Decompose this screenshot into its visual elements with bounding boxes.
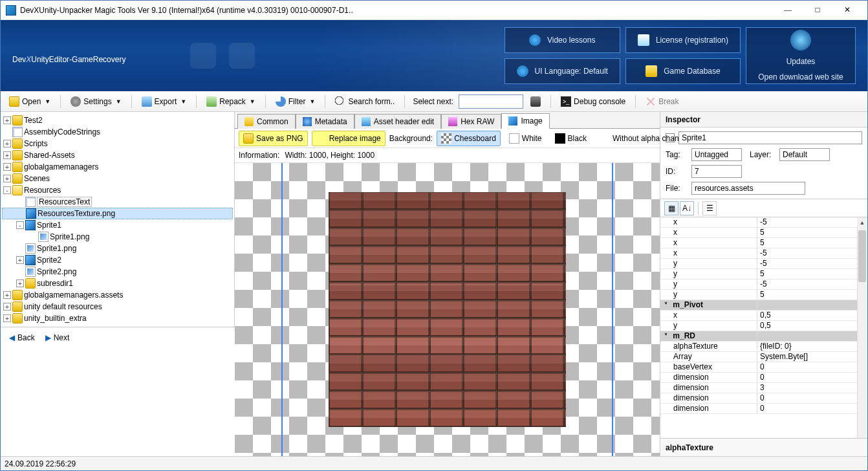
search-form-button[interactable]: Search form.. [331, 94, 399, 109]
select-next-input[interactable] [459, 94, 523, 109]
property-row[interactable]: ˅ m_RD [660, 331, 857, 342]
banner: DevXUnityEditor-GameRecovery Video lesso… [1, 20, 867, 91]
tree-twist[interactable]: + [3, 314, 11, 322]
tree-twist[interactable]: + [3, 163, 11, 171]
tree-item[interactable]: +subresdir1 [2, 278, 233, 289]
object-name-input[interactable] [678, 131, 862, 144]
id-input[interactable] [691, 165, 742, 178]
tree-twist[interactable]: - [3, 186, 11, 194]
back-button[interactable]: ◀Back [5, 331, 39, 345]
property-pages-button[interactable]: ☰ [702, 201, 717, 215]
tree-twist[interactable]: + [3, 116, 11, 124]
bg-black[interactable]: Black [550, 131, 591, 146]
property-row[interactable]: x-5 [660, 217, 857, 228]
tree-twist[interactable]: + [3, 175, 11, 182]
language-tile[interactable]: UI Language: Default [505, 58, 620, 84]
property-row[interactable]: alphaTexture{fileID: 0} [660, 342, 857, 352]
tree-item[interactable]: +unity_builtin_extra [2, 312, 233, 324]
close-button[interactable]: ✕ [832, 1, 862, 19]
filter-button[interactable]: Filter▼ [271, 94, 320, 109]
scrollbar-up[interactable]: ▲ [857, 217, 867, 228]
property-row[interactable]: dimension3 [660, 383, 857, 393]
img-icon [25, 255, 36, 265]
export-button[interactable]: Export▼ [137, 94, 191, 109]
play-icon [529, 34, 541, 46]
property-row[interactable]: ArraySystem.Byte[] [660, 352, 857, 362]
tree-item[interactable]: -Resources [2, 184, 233, 196]
video-lessons-tile[interactable]: Video lessons [505, 27, 620, 53]
asset-tree[interactable]: +Test2+AssemblyCodeStrings+Scripts+Share… [1, 112, 235, 327]
property-row[interactable]: dimension0 [660, 393, 857, 404]
tree-twist[interactable]: + [3, 303, 11, 311]
bg-chessboard[interactable]: Chessboard [437, 131, 501, 146]
tab-asset-header[interactable]: Asset header edit [354, 114, 441, 129]
debug-console-button[interactable]: >_Debug console [556, 94, 630, 109]
layer-input[interactable] [779, 148, 830, 161]
tree-twist[interactable]: - [16, 221, 24, 229]
save-png-button[interactable]: Save as PNG [239, 131, 308, 146]
property-row[interactable]: y0,5 [660, 321, 857, 331]
repack-button[interactable]: Repack▼ [202, 94, 260, 109]
enabled-checkbox[interactable] [666, 133, 675, 142]
alphabetical-button[interactable]: A↓ [680, 201, 694, 215]
property-row[interactable]: ˅ m_Pivot [660, 300, 857, 311]
property-row[interactable]: y5 [660, 269, 857, 279]
tab-hex[interactable]: Hex RAW [441, 114, 501, 129]
bg-white[interactable]: White [505, 131, 547, 146]
folder-icon [9, 96, 19, 107]
tag-input[interactable] [691, 148, 742, 161]
property-row[interactable]: y5 [660, 290, 857, 300]
property-row[interactable]: baseVertex0 [660, 362, 857, 373]
tree-item[interactable]: +Sprite2 [2, 254, 233, 266]
tree-twist[interactable]: + [16, 279, 24, 287]
break-button[interactable]: Break [641, 94, 683, 109]
tree-item[interactable]: +globalgamemanagers [2, 161, 233, 173]
replace-image-button[interactable]: Replace image [312, 131, 385, 146]
tree-item[interactable]: +ResourcesText [2, 196, 233, 208]
game-db-tile[interactable]: Game Database [625, 58, 741, 84]
inspector-footer: alphaTexture [660, 438, 867, 456]
tree-twist[interactable]: + [3, 291, 11, 299]
scrollbar-thumb[interactable] [858, 230, 866, 282]
tree-twist[interactable]: + [16, 256, 24, 264]
tree-item[interactable]: -Sprite1 [2, 219, 233, 231]
property-row[interactable]: x0,5 [660, 311, 857, 321]
next-button[interactable]: ▶Next [41, 331, 74, 345]
maximize-button[interactable]: □ [803, 1, 832, 19]
minimize-button[interactable]: — [773, 1, 803, 19]
tree-item[interactable]: +Shared-Assets [2, 149, 233, 161]
tree-item[interactable]: +Sprite1.png [2, 231, 233, 243]
property-row[interactable]: x-5 [660, 248, 857, 259]
property-row[interactable]: y-5 [660, 279, 857, 290]
tree-item[interactable]: +ResourcesTexture.png [2, 208, 233, 219]
tree-item[interactable]: +Scenes [2, 173, 233, 184]
settings-button[interactable]: Settings▼ [66, 94, 125, 109]
tab-common[interactable]: Common [237, 114, 296, 129]
image-viewer[interactable] [235, 163, 660, 456]
tree-item[interactable]: +Sprite1.png [2, 243, 233, 254]
updates-tile[interactable]: Updates Open download web site [746, 27, 856, 84]
tree-item[interactable]: +AssemblyCodeStrings [2, 126, 233, 138]
tree-item[interactable]: +Scripts [2, 138, 233, 149]
tree-item[interactable]: +Sprite2.png [2, 266, 233, 278]
tab-image[interactable]: Image [501, 113, 549, 129]
tree-twist[interactable]: + [3, 140, 11, 148]
property-row[interactable]: y-5 [660, 259, 857, 269]
tree-twist[interactable]: + [3, 151, 11, 159]
license-tile[interactable]: License (registration) [625, 27, 741, 53]
file-input[interactable] [691, 182, 805, 195]
tree-item[interactable]: +globalgamemanagers.assets [2, 289, 233, 301]
find-button[interactable] [526, 94, 545, 109]
tree-item[interactable]: +Test2 [2, 115, 233, 126]
property-row[interactable]: dimension0 [660, 404, 857, 414]
asset-tabs: Common Metadata Asset header edit Hex RA… [235, 112, 660, 129]
property-grid[interactable]: x-5x5x5x-5y-5y5y-5y5˅ m_Pivotx0,5y0,5˅ m… [660, 217, 867, 438]
property-row[interactable]: dimension0 [660, 373, 857, 383]
property-row[interactable]: x5 [660, 238, 857, 248]
categorized-button[interactable]: ▦ [664, 201, 678, 215]
tab-metadata[interactable]: Metadata [296, 114, 354, 129]
tree-item[interactable]: +unity default resources [2, 301, 233, 312]
license-icon [638, 34, 649, 46]
property-row[interactable]: x5 [660, 228, 857, 238]
open-button[interactable]: Open▼ [5, 94, 55, 109]
